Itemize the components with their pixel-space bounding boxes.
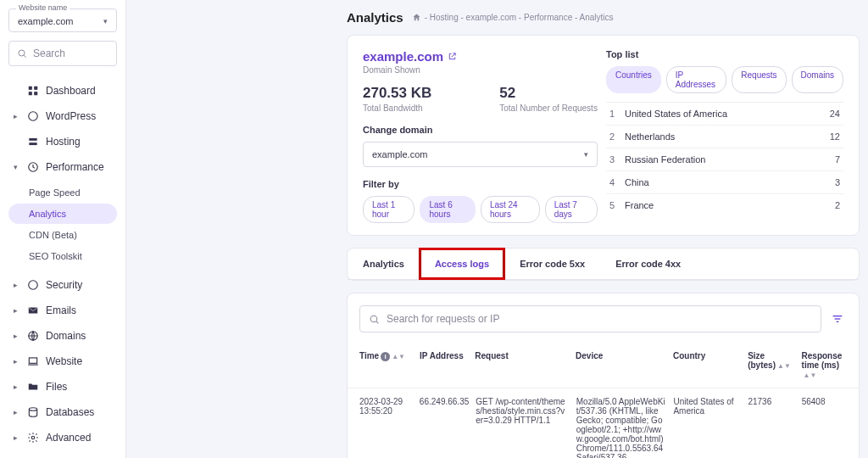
domain-link[interactable]: example.com <box>363 49 598 64</box>
nav-account[interactable]: ▸ Account <box>8 450 117 458</box>
log-search-placeholder: Search for requests or IP <box>387 313 499 325</box>
toplist-tab-requests[interactable]: Requests <box>732 66 786 93</box>
hosting-icon <box>27 136 39 148</box>
domain-text: example.com <box>363 49 443 64</box>
filter-button[interactable] <box>828 310 847 328</box>
nav-wordpress[interactable]: ▸ WordPress <box>8 103 117 129</box>
summary-card: example.com Domain Shown 270.53 KB Total… <box>347 35 860 236</box>
toplist-row: 4China3 <box>606 171 843 194</box>
nav-label: WordPress <box>46 110 96 122</box>
nav-hosting[interactable]: ▸ Hosting <box>8 129 117 154</box>
requests-label: Total Number of Requests <box>499 103 598 113</box>
page-title: Analytics <box>347 10 403 25</box>
toplist-tab-ips[interactable]: IP Addresses <box>666 66 726 93</box>
sub-analytics[interactable]: Analytics <box>8 204 117 224</box>
svg-point-6 <box>29 112 38 121</box>
col-request[interactable]: Request <box>475 351 569 379</box>
nav-label: Files <box>46 381 67 393</box>
access-log-card: Search for requests or IP Timei▲▼ IP Add… <box>347 293 860 458</box>
main: Analytics - Hosting - example.com - Perf… <box>126 0 868 458</box>
domain-dropdown-value: example.com <box>372 149 427 159</box>
search-icon <box>17 48 27 59</box>
col-ip[interactable]: IP Address <box>420 351 468 379</box>
nav-label: Domains <box>46 330 86 342</box>
folder-icon <box>27 381 39 393</box>
svg-rect-4 <box>29 92 32 95</box>
svg-rect-5 <box>34 92 37 95</box>
info-icon: i <box>381 352 390 361</box>
sort-icon: ▲▼ <box>804 373 817 377</box>
sort-icon: ▲▼ <box>777 364 791 368</box>
breadcrumb[interactable]: - Hosting - example.com - Performance - … <box>412 13 614 22</box>
svg-line-18 <box>376 321 378 322</box>
nav-label: Hosting <box>46 136 81 148</box>
cell-size: 21736 <box>748 397 794 406</box>
table-header: Timei▲▼ IP Address Request Device Countr… <box>348 343 859 388</box>
filter-6h[interactable]: Last 6 hours <box>420 196 475 223</box>
toplist: Top list Countries IP Addresses Requests… <box>606 49 843 223</box>
svg-line-1 <box>24 55 25 57</box>
nav-domains[interactable]: ▸ Domains <box>8 323 117 349</box>
toplist-rows[interactable]: 1United States of America24 2Netherlands… <box>606 102 843 212</box>
sub-pagespeed[interactable]: Page Speed <box>8 182 117 203</box>
wordpress-icon <box>27 110 39 122</box>
mail-icon <box>27 304 39 316</box>
domain-dropdown[interactable]: example.com ▾ <box>363 142 598 167</box>
tab-analytics[interactable]: Analytics <box>348 249 420 279</box>
filter-1h[interactable]: Last 1 hour <box>363 196 415 223</box>
sidebar: Website name example.com ▾ Search ▸ Dash… <box>0 0 126 458</box>
search-icon <box>369 314 380 325</box>
nav-label: Security <box>46 279 82 291</box>
sidebar-search[interactable]: Search <box>8 41 117 66</box>
tab-error-5xx[interactable]: Error code 5xx <box>504 249 600 279</box>
performance-icon <box>27 161 39 173</box>
toplist-row: 1United States of America24 <box>606 103 843 126</box>
website-selector[interactable]: Website name example.com ▾ <box>8 8 117 32</box>
nav-dashboard[interactable]: ▸ Dashboard <box>8 78 117 103</box>
nav-performance-subitems: Page Speed Analytics CDN (Beta) SEO Tool… <box>8 180 117 272</box>
nav-performance[interactable]: ▾ Performance <box>8 154 117 180</box>
col-time[interactable]: Timei▲▼ <box>359 351 413 379</box>
toplist-tab-domains[interactable]: Domains <box>792 66 843 93</box>
sort-icon: ▲▼ <box>392 355 405 359</box>
chevron-down-icon: ▾ <box>584 150 588 159</box>
log-search-input[interactable]: Search for requests or IP <box>359 305 821 332</box>
cell-time: 2023-03-29 13:55:20 <box>359 397 413 416</box>
nav-label: Dashboard <box>46 85 96 97</box>
cell-ip: 66.249.66.35 <box>420 397 469 406</box>
toplist-title: Top list <box>606 49 843 59</box>
toplist-row: 5France2 <box>606 194 843 212</box>
col-device[interactable]: Device <box>576 351 666 379</box>
shield-icon <box>27 279 39 291</box>
filter-24h[interactable]: Last 24 hours <box>481 196 540 223</box>
svg-point-10 <box>29 281 38 290</box>
sub-cdn[interactable]: CDN (Beta) <box>8 225 117 245</box>
sub-seo[interactable]: SEO Toolskit <box>8 246 117 266</box>
toplist-tab-countries[interactable]: Countries <box>606 66 661 93</box>
breadcrumb-text: - Hosting - example.com - Performance - … <box>425 13 614 22</box>
col-country[interactable]: Country <box>673 351 741 379</box>
domain-shown-label: Domain Shown <box>363 65 598 75</box>
laptop-icon <box>27 355 39 367</box>
nav-security[interactable]: ▸ Security <box>8 272 117 298</box>
nav-advanced[interactable]: ▸ Advanced <box>8 425 117 450</box>
bandwidth-label: Total Bandwidth <box>363 103 431 113</box>
change-domain-heading: Change domain <box>363 125 598 135</box>
svg-rect-13 <box>29 358 36 363</box>
cell-device: Mozilla/5.0 AppleWebKit/537.36 (KHTML, l… <box>576 397 667 458</box>
nav-databases[interactable]: ▸ Databases <box>8 399 117 425</box>
tab-access-logs[interactable]: Access logs <box>420 249 504 279</box>
nav-emails[interactable]: ▸ Emails <box>8 298 117 323</box>
svg-point-0 <box>19 50 25 56</box>
col-response[interactable]: Response time (ms)▲▼ <box>802 351 847 379</box>
svg-point-14 <box>29 408 36 411</box>
tabs-card: Analytics Access logs Error code 5xx Err… <box>347 248 860 281</box>
filter-7d[interactable]: Last 7 days <box>545 196 598 223</box>
tab-error-4xx[interactable]: Error code 4xx <box>600 249 696 279</box>
col-size[interactable]: Size (bytes)▲▼ <box>748 351 794 379</box>
website-selector-label: Website name <box>16 3 70 12</box>
svg-rect-8 <box>29 142 36 145</box>
nav-files[interactable]: ▸ Files <box>8 374 117 399</box>
external-link-icon <box>448 52 457 61</box>
nav-website[interactable]: ▸ Website <box>8 349 117 374</box>
